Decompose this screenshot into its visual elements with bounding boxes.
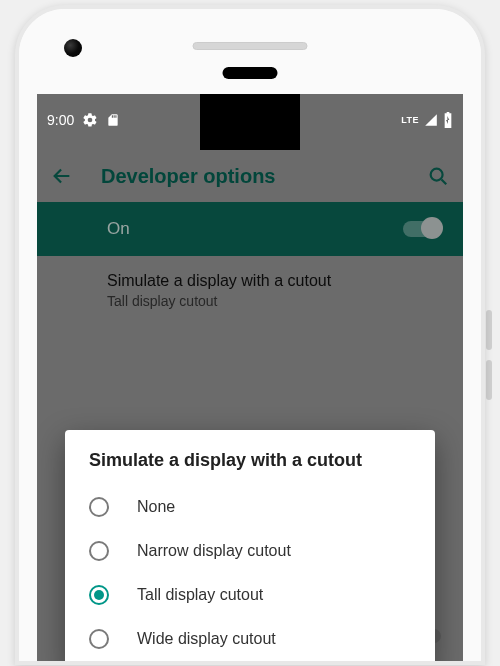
display-cutout-notch	[200, 94, 300, 150]
radio-icon	[89, 541, 109, 561]
radio-option-tall[interactable]: Tall display cutout	[65, 573, 435, 617]
proximity-sensor	[223, 67, 278, 79]
lte-indicator: LTE	[401, 115, 419, 125]
radio-icon	[89, 629, 109, 649]
battery-icon	[443, 112, 453, 128]
phone-frame: 9:00 LTE	[15, 5, 485, 665]
phone-bezel-top	[19, 9, 481, 94]
phone-screen: 9:00 LTE	[37, 94, 463, 661]
settings-screen: Developer options On Simulate a display …	[37, 150, 463, 661]
dialog-title: Simulate a display with a cutout	[65, 450, 435, 485]
radio-label: Wide display cutout	[137, 630, 276, 648]
cutout-dialog: Simulate a display with a cutout None Na…	[65, 430, 435, 661]
status-time: 9:00	[47, 112, 74, 128]
radio-label: None	[137, 498, 175, 516]
signal-icon	[423, 113, 439, 127]
radio-option-narrow[interactable]: Narrow display cutout	[65, 529, 435, 573]
sd-card-icon	[106, 112, 120, 128]
radio-option-wide[interactable]: Wide display cutout	[65, 617, 435, 661]
earpiece-speaker	[193, 42, 308, 50]
radio-label: Tall display cutout	[137, 586, 263, 604]
front-camera	[64, 39, 82, 57]
phone-side-buttons	[486, 310, 492, 410]
radio-icon	[89, 497, 109, 517]
radio-option-none[interactable]: None	[65, 485, 435, 529]
gear-icon	[82, 112, 98, 128]
radio-icon-checked	[89, 585, 109, 605]
radio-label: Narrow display cutout	[137, 542, 291, 560]
